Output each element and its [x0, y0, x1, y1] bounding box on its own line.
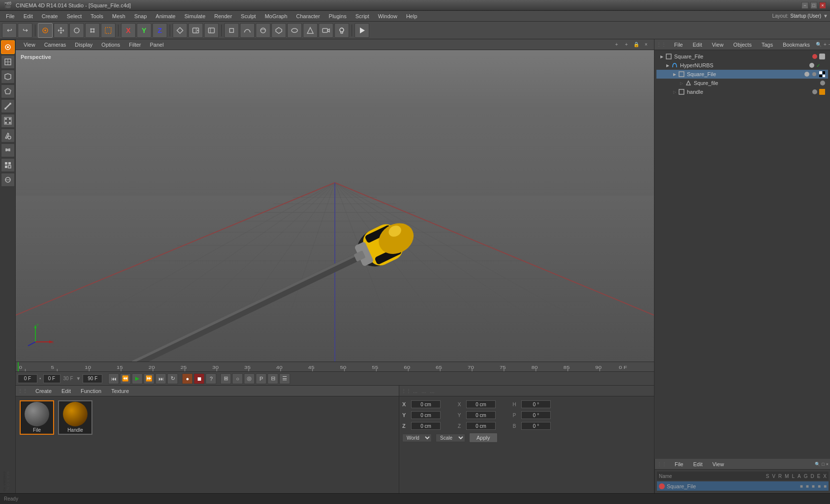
right-tab-view[interactable]: View [708, 41, 728, 49]
tl-tool-1[interactable]: ⊞ [220, 373, 231, 384]
move-tool-button[interactable] [54, 23, 68, 38]
start-frame-input[interactable] [43, 374, 60, 383]
menu-window[interactable]: Window [374, 12, 401, 20]
viewport-menu-filter[interactable]: Filter [125, 41, 145, 49]
coord-x-pos-input[interactable]: 0 cm [411, 400, 441, 408]
expand-square-file-child[interactable]: ▶ [672, 72, 677, 77]
flag-deform[interactable]: ■ [812, 483, 815, 489]
object-hierarchy[interactable]: ▶ Square_File ▶ HyperNURBS ✓ [654, 50, 830, 459]
right-tab-tags[interactable]: Tags [758, 41, 777, 49]
rl-tab-edit[interactable]: Edit [689, 460, 707, 468]
step-forward-button[interactable]: ⏩ [144, 373, 154, 384]
stop-button[interactable]: ⏹ [194, 373, 205, 384]
coord-z-size-input[interactable]: 0 cm [466, 422, 496, 430]
expand-squre-file[interactable]: ▷ [679, 81, 684, 85]
coord-y-size-input[interactable]: 0 cm [466, 411, 496, 419]
obj-squre-file[interactable]: ▷ Squre_file [656, 79, 828, 87]
viewport-menu-view[interactable]: View [20, 41, 39, 49]
layout-dropdown-icon[interactable]: ▼ [823, 13, 828, 19]
rotate-tool-button[interactable] [69, 23, 84, 38]
viewport-menu-panel[interactable]: Panel [146, 41, 168, 49]
y-axis-button[interactable]: Y [137, 23, 151, 38]
tool-paint[interactable] [1, 129, 15, 142]
viewport-menu-display[interactable]: Display [71, 41, 96, 49]
coord-y-pos-input[interactable]: 0 cm [411, 411, 441, 419]
mat-menu-function[interactable]: Function [77, 387, 105, 395]
rl-tab-file[interactable]: File [671, 460, 687, 468]
keyframe-auto-button[interactable]: ● [182, 373, 193, 384]
mat-menu-texture[interactable]: Texture [107, 387, 133, 395]
coord-b-rot-input[interactable]: 0 ° [521, 422, 551, 430]
tool-magnet[interactable] [1, 143, 15, 157]
nurbs-btn[interactable] [256, 23, 270, 38]
end-frame-input[interactable] [83, 374, 102, 383]
record-button[interactable] [188, 23, 203, 38]
current-frame-input[interactable] [18, 374, 37, 383]
menu-create[interactable]: Create [38, 12, 62, 20]
obj-square-file-child[interactable]: ▶ Square_File [656, 70, 828, 79]
mat-menu-create[interactable]: Create [31, 387, 56, 395]
play-button[interactable]: ▶ [132, 373, 143, 384]
redo-button[interactable]: ↪ [18, 23, 32, 38]
prop-row-selected[interactable]: Square_File ■ ■ ■ ■ ■ [657, 481, 829, 491]
tool-polygon[interactable] [1, 84, 15, 98]
timeline-ruler[interactable]: 0 5 10 15 20 25 30 35 40 [16, 362, 654, 371]
viewport-icon-plus[interactable]: + [613, 41, 621, 49]
menu-snap[interactable]: Snap [130, 12, 151, 20]
right-tab-objects[interactable]: Objects [729, 41, 755, 49]
coord-p-rot-input[interactable]: 0 ° [521, 411, 551, 419]
tl-tool-6[interactable]: ☰ [279, 373, 290, 384]
menu-tools[interactable]: Tools [87, 12, 107, 20]
scale-tool-button[interactable] [85, 23, 100, 38]
menu-mesh[interactable]: Mesh [108, 12, 129, 20]
tool-uv[interactable] [1, 70, 15, 84]
coord-mode-dropdown[interactable]: Scale Size [436, 434, 465, 442]
playback-record-button[interactable] [204, 23, 219, 38]
coord-z-pos-input[interactable]: 0 cm [411, 422, 441, 430]
light-btn[interactable] [334, 23, 349, 38]
select-all-button[interactable] [101, 23, 116, 38]
viewport-canvas[interactable]: Perspective Y X [16, 50, 654, 362]
expand-square-file[interactable]: ▶ [659, 54, 664, 59]
zoom-in-icon[interactable]: + [824, 42, 827, 47]
scene-btn[interactable] [303, 23, 318, 38]
tool-floor[interactable] [1, 173, 15, 187]
viewport-icon-close[interactable]: × [642, 41, 650, 49]
material-handle-thumb[interactable]: Handle [58, 400, 92, 435]
menu-simulate[interactable]: Simulate [180, 12, 209, 20]
flag-camera[interactable]: ■ [800, 483, 803, 489]
maximize-button[interactable]: □ [810, 2, 817, 9]
undo-button[interactable]: ↩ [2, 23, 17, 38]
deformer-btn[interactable] [287, 23, 302, 38]
model-mode-button[interactable] [38, 23, 53, 38]
loop-button[interactable]: ↻ [167, 373, 178, 384]
spline-btn[interactable] [240, 23, 255, 38]
motion-path-button[interactable]: ? [206, 373, 216, 384]
menu-mograph[interactable]: MoGraph [261, 12, 291, 20]
obj-hypernurbs[interactable]: ▶ HyperNURBS ✓ [656, 61, 828, 70]
mat-menu-edit[interactable]: Edit [58, 387, 75, 395]
coord-h-rot-input[interactable]: 0 ° [521, 400, 551, 408]
menu-animate[interactable]: Animate [152, 12, 179, 20]
coord-x-size-input[interactable]: 0 cm [466, 400, 496, 408]
keyframe-button[interactable] [173, 23, 187, 38]
rl-zoom-icon[interactable]: 🔍 [815, 462, 820, 467]
right-tab-bookmarks[interactable]: Bookmarks [779, 41, 814, 49]
coord-system-dropdown[interactable]: World Object [402, 434, 432, 442]
generator-btn[interactable] [271, 23, 286, 38]
right-tab-file[interactable]: File [670, 41, 687, 49]
expand-hypernurbs[interactable]: ▶ [665, 63, 670, 68]
apply-button[interactable]: Apply [469, 433, 498, 443]
step-back-button[interactable]: ⏪ [120, 373, 131, 384]
tl-tool-5[interactable]: ⊟ [267, 373, 278, 384]
flag-render[interactable]: ■ [806, 483, 809, 489]
menu-render[interactable]: Render [210, 12, 236, 20]
goto-start-button[interactable]: ⏮ [108, 373, 119, 384]
tool-edge[interactable] [1, 99, 15, 113]
rl-expand-icon[interactable]: □ [822, 462, 824, 467]
close-button[interactable]: × [819, 2, 826, 9]
tl-tool-2[interactable]: ○ [232, 373, 243, 384]
menu-sculpt[interactable]: Sculpt [237, 12, 260, 20]
menu-plugins[interactable]: Plugins [325, 12, 351, 20]
menu-select[interactable]: Select [63, 12, 86, 20]
